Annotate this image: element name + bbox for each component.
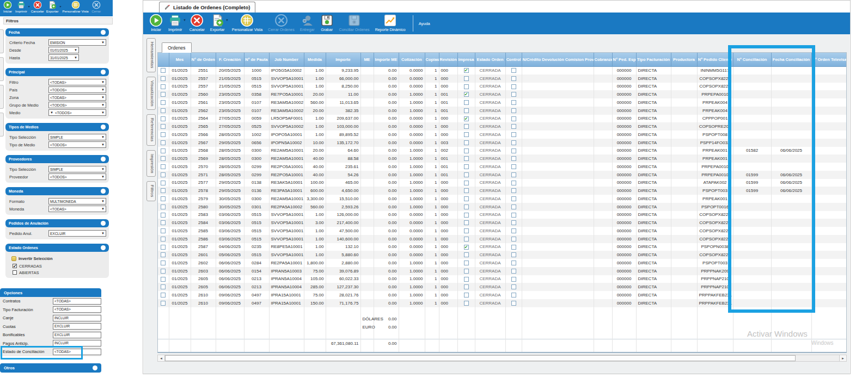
control-checkbox[interactable] — [511, 269, 516, 274]
side-tab-filtros[interactable]: Filtros — [146, 181, 156, 201]
input-bonificables[interactable]: EXCLUIR — [53, 332, 101, 338]
row-select-checkbox[interactable] — [161, 172, 166, 177]
opciones-header[interactable]: Opciones — [0, 288, 101, 297]
control-checkbox[interactable] — [511, 261, 516, 265]
control-checkbox[interactable] — [511, 237, 516, 241]
section-toggle-icon[interactable] — [101, 125, 106, 129]
select-proveedor[interactable]: <TODOS>▼ — [48, 173, 106, 180]
column-header-impresa[interactable]: Impresa — [457, 53, 475, 66]
column-header-cotizaci-n[interactable]: Cotización — [399, 53, 425, 66]
input-pagos-anticip[interactable]: INCLUIR — [53, 340, 101, 346]
control-checkbox[interactable] — [511, 220, 516, 225]
input-estado-de-conciliaci-n[interactable]: <TODAS> — [53, 349, 101, 355]
select-formato[interactable]: MULTIMONEDA▼ — [48, 198, 106, 205]
grabar-button[interactable]: Grabar — [317, 14, 337, 33]
row-select-checkbox[interactable] — [161, 181, 166, 185]
checkbox-abiertas[interactable] — [13, 270, 17, 275]
dropdown-arrow-icon[interactable]: ▾ — [226, 18, 228, 22]
section-toggle-icon[interactable] — [101, 245, 106, 250]
checkbox-cerradas[interactable]: ✔ — [13, 264, 17, 268]
section-header[interactable]: Proveedores — [5, 155, 109, 163]
input-cuotas[interactable]: EXCLUIR — [53, 323, 101, 330]
impresa-checkbox[interactable] — [464, 148, 469, 153]
exportar-button[interactable]: Exportar — [45, 1, 60, 13]
iniciar-button[interactable]: Iniciar — [146, 14, 166, 33]
horizontal-scrollbar[interactable]: ◄ ► — [157, 355, 847, 362]
control-checkbox[interactable] — [511, 76, 516, 81]
impresa-checkbox[interactable] — [464, 181, 469, 185]
control-checkbox[interactable] — [511, 92, 516, 97]
control-checkbox[interactable] — [511, 213, 516, 218]
row-select-checkbox[interactable] — [161, 284, 166, 289]
scroll-right-arrow-icon[interactable]: ► — [839, 355, 846, 361]
control-checkbox[interactable] — [511, 116, 516, 121]
impresa-checkbox[interactable] — [464, 237, 469, 241]
control-checkbox[interactable] — [511, 181, 516, 185]
control-checkbox[interactable] — [511, 68, 516, 73]
imprimir-button[interactable]: Imprimir — [166, 14, 185, 33]
section-header[interactable]: Moneda — [5, 187, 109, 195]
chevron-down-icon[interactable]: ▼ — [101, 168, 105, 171]
scroll-left-arrow-icon[interactable]: ◄ — [158, 355, 165, 361]
column-header-productora[interactable]: Productora — [671, 53, 697, 66]
scrollbar-thumb[interactable] — [165, 355, 796, 361]
row-select-checkbox[interactable] — [161, 252, 166, 257]
column-header-f-creaci-n[interactable]: F. Creación — [216, 53, 244, 66]
column-header-importe-me[interactable]: Importe ME — [374, 53, 399, 66]
cancelar-button[interactable]: Cancelar — [30, 1, 45, 13]
column-header-n-orden-televisa[interactable]: Nº Orden Televisa — [811, 53, 846, 66]
impresa-checkbox[interactable]: ✔ — [464, 116, 469, 121]
control-checkbox[interactable] — [511, 132, 516, 137]
row-select-checkbox[interactable] — [161, 277, 166, 282]
input-canje[interactable]: INCLUIR — [53, 315, 101, 321]
section-toggle-icon[interactable] — [93, 365, 97, 370]
impresa-checkbox[interactable] — [464, 277, 469, 282]
personalizar-vista-button[interactable]: Personalizar Vista — [61, 1, 89, 13]
control-checkbox[interactable] — [511, 148, 516, 153]
row-select-checkbox[interactable] — [161, 108, 166, 113]
impresa-checkbox[interactable] — [464, 108, 469, 113]
select-grupo-de-medio[interactable]: <TODOS>▼ — [48, 102, 106, 108]
row-select-checkbox[interactable] — [161, 84, 166, 89]
select-tipo-de-medio[interactable]: <TODOS>▼ — [48, 141, 106, 148]
select-tipo-selecci-n[interactable]: SIMPLE▼ — [48, 166, 106, 172]
select-zona[interactable]: <TODAS>▼ — [48, 94, 106, 101]
column-header-revisi-n[interactable]: Revisión — [439, 53, 457, 66]
ayuda-button[interactable]: Ayuda — [419, 21, 430, 26]
column-header-n-conciliaci-n[interactable]: Nº Conciliación — [733, 53, 771, 66]
control-checkbox[interactable] — [511, 124, 516, 129]
entregar-button[interactable]: Entregar — [297, 14, 317, 33]
tab-ordenes[interactable]: Ordenes — [162, 42, 192, 53]
cancelar-button[interactable]: Cancelar — [187, 14, 207, 33]
impresa-checkbox[interactable] — [464, 205, 469, 209]
impresa-checkbox[interactable] — [464, 132, 469, 137]
column-header-copias[interactable]: Copias — [425, 53, 439, 66]
imprimir-button[interactable]: Imprimir — [14, 1, 28, 13]
column-header-n-de-pauta[interactable]: Nº de Pauta — [244, 53, 269, 66]
row-select-checkbox[interactable] — [161, 269, 166, 274]
control-checkbox[interactable] — [511, 172, 516, 177]
control-checkbox[interactable] — [511, 196, 516, 201]
impresa-checkbox[interactable] — [464, 293, 469, 298]
impresa-checkbox[interactable] — [464, 252, 469, 257]
section-header[interactable]: Estado Ordenes — [5, 244, 109, 252]
chevron-down-icon[interactable]: ▼ — [101, 80, 105, 84]
iniciar-button[interactable]: Iniciar — [1, 1, 14, 13]
column-header-control[interactable]: Control — [505, 53, 522, 66]
control-checkbox[interactable] — [511, 100, 516, 105]
control-checkbox[interactable] — [511, 301, 516, 306]
invert-selection-control[interactable]: Invertir Selección — [11, 255, 107, 262]
chevron-down-icon[interactable]: ▼ — [101, 232, 105, 235]
cerrar-button[interactable]: Cerrar — [90, 1, 103, 13]
side-tab-visualizaci-n[interactable]: Visualización — [146, 77, 156, 110]
cerrar-ordenes-button[interactable]: Cerrar Ordenes — [265, 14, 297, 33]
impresa-checkbox[interactable] — [464, 188, 469, 193]
row-select-checkbox[interactable] — [161, 140, 166, 145]
row-select-checkbox[interactable] — [161, 92, 166, 97]
impresa-checkbox[interactable]: ✔ — [464, 92, 469, 97]
impresa-checkbox[interactable]: ✔ — [464, 68, 469, 73]
impresa-checkbox[interactable] — [464, 269, 469, 274]
control-checkbox[interactable] — [511, 245, 516, 250]
window-tab[interactable]: Listado de Ordenes (Completo) — [159, 2, 255, 13]
row-select-checkbox[interactable] — [161, 124, 166, 129]
